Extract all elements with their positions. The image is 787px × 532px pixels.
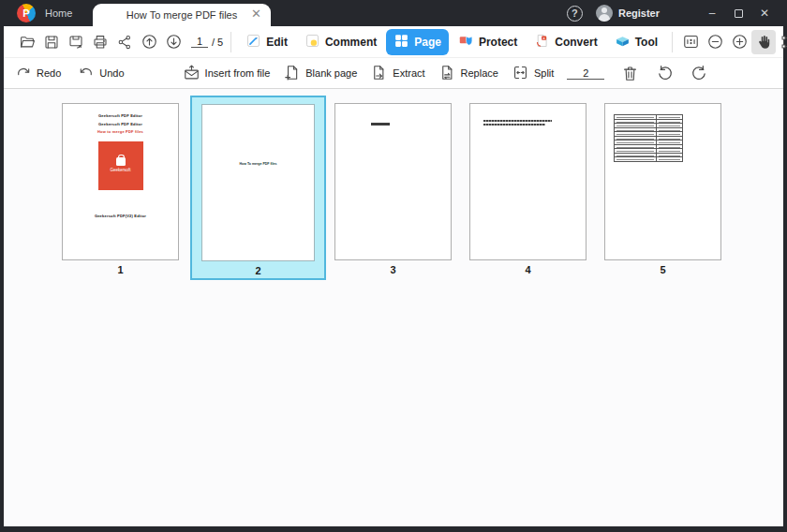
tab-convert[interactable]: x Convert [527,29,604,55]
share-button[interactable] [112,30,137,54]
insert-from-file-button[interactable]: Insert from file [183,64,271,83]
fit-ratio-icon [682,33,700,51]
split-pages-icon [512,64,529,83]
open-file-button[interactable] [15,30,39,54]
page-number-label: 2 [201,265,315,276]
save-as-icon [67,34,84,51]
tab-protect-label: Protect [479,36,517,49]
page1-footer-line: Geekersoft PDF(V2) Editor [95,214,146,218]
maximize-button[interactable] [725,0,751,26]
page-1-preview: Geekersoft PDF Editor Geekersoft PDF Edi… [62,103,179,260]
main-toolbar: / 5 Edit Comment Page Protect x Convert … [4,26,783,58]
page-thumbnail-4[interactable]: 4 [469,103,587,275]
print-button[interactable] [88,30,112,54]
tab-comment-label: Comment [325,36,377,49]
rotate-right-button[interactable] [687,61,711,85]
select-area-button[interactable] [776,30,787,54]
tab-comment[interactable]: Comment [297,29,384,55]
register-label: Register [618,7,660,19]
page-thumbnail-5[interactable]: 5 [604,103,721,275]
bag-icon [116,157,126,166]
page-thumbnail-3[interactable]: 3 [334,103,452,275]
tab-title: How To merge PDF files [126,9,237,21]
page4-text-line [483,124,545,126]
page-total-label: / 5 [212,37,223,48]
tab-tool[interactable]: Tool [607,29,665,55]
page-4-preview [469,103,587,260]
page-tools-toolbar: Redo Undo Insert from file Blank page Ex… [4,58,783,89]
tab-edit-label: Edit [266,36,288,49]
redo-button[interactable]: Redo [15,64,61,82]
page2-center-text: How To merge PDF files [202,162,314,166]
tab-edit[interactable]: Edit [238,29,295,55]
undo-button[interactable]: Undo [78,64,124,82]
extract-button[interactable]: Extract [370,64,424,83]
save-as-button[interactable] [64,30,88,54]
maximize-icon [735,9,743,18]
page-number-label: 4 [469,264,587,275]
zoom-out-button[interactable] [703,30,727,54]
delete-page-button[interactable] [617,61,642,85]
page-number-input[interactable] [191,36,208,48]
close-icon: ✕ [760,7,769,20]
extract-label: Extract [393,67,424,79]
blank-page-button[interactable]: Blank page [283,64,357,83]
plus-circle-icon [731,33,749,51]
rotate-left-button[interactable] [653,61,677,85]
tab-page[interactable]: Page [386,29,449,55]
app-logo-icon: P [17,4,36,22]
window-controls: – ✕ [699,0,778,26]
convert-file-icon: x [534,33,550,52]
hand-icon [755,34,772,51]
page1-logo-box: Geekersoft [98,141,143,190]
close-button[interactable]: ✕ [751,0,778,26]
next-page-button[interactable] [161,30,186,54]
rotate-ccw-icon [656,64,675,82]
replace-button[interactable]: Replace [438,64,498,83]
save-button[interactable] [39,30,64,54]
page1-red-line: How to merge PDF files [97,130,143,134]
page-2-preview: How To merge PDF files [201,104,315,261]
undo-icon [78,64,95,82]
page-number-label: 3 [334,264,452,275]
trash-icon [621,65,639,82]
toolbar-divider [230,32,231,52]
page1-title-line: Geekersoft PDF Editor [98,123,142,126]
home-menu[interactable]: Home [45,7,72,19]
page-thumbnail-2-selected[interactable]: How To merge PDF files 2 [190,96,326,280]
arrow-down-circle-icon [165,33,183,51]
split-label: Split [534,67,554,79]
page-thumbnails-area: Geekersoft PDF Editor Geekersoft PDF Edi… [4,89,783,526]
redo-icon [15,64,32,82]
split-count-input[interactable] [567,67,604,80]
protect-shield-icon [458,33,474,52]
rotate-cw-icon [690,64,708,82]
page-number-label: 5 [604,264,721,275]
comment-note-icon [304,33,320,52]
undo-label: Undo [99,67,124,79]
page-thumbnail-1[interactable]: Geekersoft PDF Editor Geekersoft PDF Edi… [62,103,179,275]
fit-width-button[interactable] [678,30,703,54]
help-button[interactable]: ? [567,6,583,22]
page4-text-line [483,120,552,122]
minimize-icon: – [709,7,716,20]
register-button[interactable]: Register [596,5,660,22]
tab-close-icon[interactable]: ✕ [251,7,261,21]
split-button[interactable]: Split [512,64,554,83]
tab-page-label: Page [414,36,441,49]
selection-frame-icon [780,34,787,51]
toolbar-divider [672,32,673,52]
tab-protect[interactable]: Protect [451,29,525,55]
titlebar-right: ? Register – ✕ [567,0,778,26]
page-number-label: 1 [62,264,179,275]
tab-tool-label: Tool [635,36,658,49]
printer-icon [92,34,109,51]
hand-tool-button[interactable] [751,30,776,54]
zoom-in-button[interactable] [727,30,751,54]
minimize-button[interactable]: – [699,0,725,26]
share-icon [116,34,133,51]
page1-logo-text: Geekersoft [110,169,130,173]
previous-page-button[interactable] [137,30,161,54]
document-tab[interactable]: How To merge PDF files ✕ [93,4,271,26]
page-extract-icon [370,64,388,83]
